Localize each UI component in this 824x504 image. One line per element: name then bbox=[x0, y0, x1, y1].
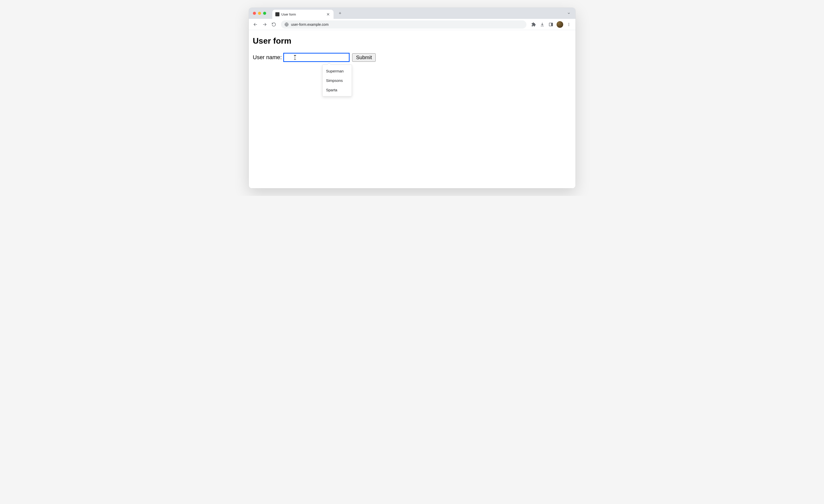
arrow-right-icon bbox=[262, 22, 267, 27]
username-input[interactable] bbox=[283, 53, 349, 62]
url-text: user-form.example.com bbox=[291, 22, 329, 26]
download-icon bbox=[540, 22, 544, 27]
tab-close-icon[interactable]: ✕ bbox=[326, 12, 330, 17]
address-bar[interactable]: user-form.example.com bbox=[281, 20, 526, 28]
reload-button[interactable] bbox=[270, 20, 278, 28]
tabs-dropdown-button[interactable] bbox=[565, 10, 573, 17]
kebab-menu-icon bbox=[567, 22, 571, 26]
globe-icon bbox=[285, 22, 289, 26]
new-tab-button[interactable]: + bbox=[337, 10, 344, 17]
browser-tab[interactable]: User form ✕ bbox=[272, 10, 333, 19]
toolbar-right bbox=[529, 20, 573, 28]
window-close-button[interactable] bbox=[253, 12, 256, 15]
window-minimize-button[interactable] bbox=[258, 12, 261, 15]
autocomplete-option[interactable]: Simpsons bbox=[323, 76, 352, 85]
svg-point-8 bbox=[568, 23, 569, 24]
profile-avatar[interactable] bbox=[556, 21, 563, 28]
tab-favicon-icon bbox=[275, 12, 280, 16]
forward-button[interactable] bbox=[261, 20, 269, 28]
autocomplete-option[interactable]: Sparta bbox=[323, 85, 352, 95]
browser-chrome: User form ✕ + bbox=[249, 8, 576, 30]
panel-icon bbox=[549, 22, 553, 27]
menu-button[interactable] bbox=[565, 20, 573, 28]
autocomplete-dropdown: Superman Simpsons Sparta bbox=[322, 65, 352, 96]
browser-window: User form ✕ + bbox=[249, 8, 576, 188]
autocomplete-option[interactable]: Superman bbox=[323, 66, 352, 76]
back-button[interactable] bbox=[251, 20, 260, 28]
user-form-row: User name: Submit Superman Simpsons Spar… bbox=[253, 53, 572, 62]
browser-toolbar: user-form.example.com bbox=[249, 19, 576, 30]
reload-icon bbox=[272, 22, 276, 27]
extensions-button[interactable] bbox=[529, 20, 538, 28]
window-maximize-button[interactable] bbox=[263, 12, 266, 15]
page-content: User form User name: Submit Superman Sim… bbox=[249, 30, 576, 188]
username-label: User name: bbox=[253, 54, 282, 61]
sidepanel-button[interactable] bbox=[547, 20, 555, 28]
window-controls bbox=[253, 12, 266, 15]
svg-point-9 bbox=[568, 24, 569, 25]
svg-rect-7 bbox=[551, 23, 552, 26]
tab-title: User form bbox=[282, 12, 324, 16]
submit-button[interactable]: Submit bbox=[352, 53, 376, 62]
puzzle-icon bbox=[531, 22, 536, 27]
svg-point-10 bbox=[568, 25, 569, 26]
downloads-button[interactable] bbox=[538, 20, 546, 28]
page-title: User form bbox=[253, 36, 572, 46]
tab-bar: User form ✕ + bbox=[249, 8, 576, 19]
arrow-left-icon bbox=[253, 22, 258, 27]
